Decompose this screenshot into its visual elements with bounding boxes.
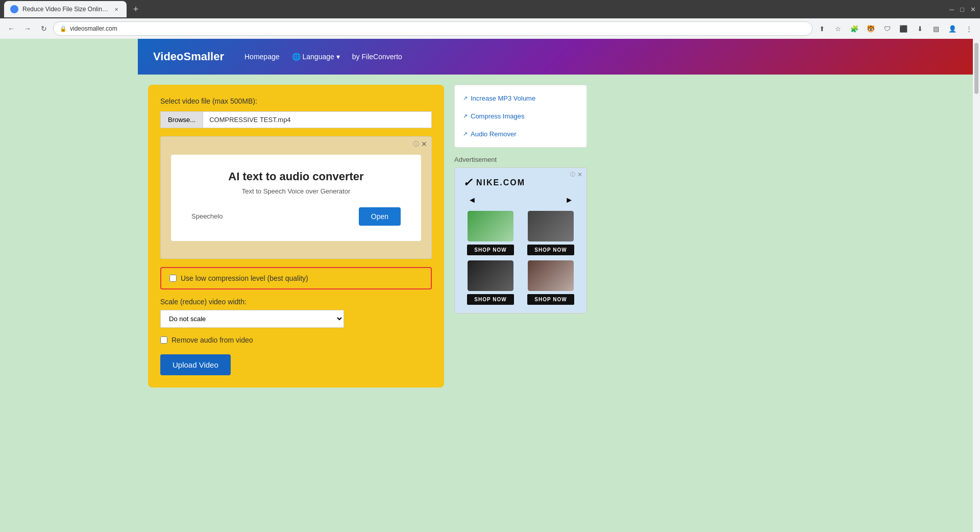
ad-info-icon[interactable]: ⓘ xyxy=(413,140,419,149)
ad-footer: Speechelo Open xyxy=(191,207,401,226)
ad-area: ⓘ ✕ AI text to audio converter Text to S… xyxy=(160,136,432,259)
bookmark-icon[interactable]: ☆ xyxy=(831,21,845,36)
ad-brand: Speechelo xyxy=(191,212,223,220)
remove-audio-label: Remove audio from video xyxy=(172,336,253,344)
share-icon[interactable]: ⬆ xyxy=(815,21,829,36)
browser-controls: ← → ↻ 🔒 videosmaller.com ⬆ ☆ 🧩 🐯 🛡 ⬛ ⬇ ▨… xyxy=(0,18,980,39)
forward-button[interactable]: → xyxy=(20,21,35,36)
ad-headline: AI text to audio converter xyxy=(191,170,401,183)
new-tab-button[interactable]: + xyxy=(129,2,143,16)
content-body: Select video file (max 500MB): Browse...… xyxy=(138,75,980,398)
left-sidebar xyxy=(0,39,138,532)
upload-video-button[interactable]: Upload Video xyxy=(160,354,231,375)
shop-now-button-1[interactable]: SHOP NOW xyxy=(467,245,513,255)
ad-inner: AI text to audio converter Text to Speec… xyxy=(171,155,421,241)
external-link-icon-3: ↗ xyxy=(463,131,468,137)
menu-icon[interactable]: ⋮ xyxy=(962,21,976,36)
top-navigation: VideoSmaller Homepage 🌐 Language ▾ by Fi… xyxy=(138,39,980,75)
sidebar-link-label: Increase MP3 Volume xyxy=(471,94,535,102)
low-compression-label: Use low compression level (best quality) xyxy=(181,274,308,282)
active-tab[interactable]: Reduce Video File Size Online, M ✕ xyxy=(4,1,127,17)
browse-button[interactable]: Browse... xyxy=(160,111,203,128)
lock-icon: 🔒 xyxy=(60,26,67,32)
shoe-image-3 xyxy=(468,260,513,291)
shoe-item-3: SHOP NOW xyxy=(463,260,518,305)
extension-icon-3[interactable]: 🛡 xyxy=(880,21,894,36)
shoe-image-2 xyxy=(528,211,574,241)
scrollbar-thumb[interactable] xyxy=(974,43,978,94)
language-icon: 🌐 xyxy=(292,53,301,61)
low-compression-row: Use low compression level (best quality) xyxy=(160,267,432,289)
low-compression-checkbox[interactable] xyxy=(169,275,177,282)
profile-icon[interactable]: 👤 xyxy=(945,21,960,36)
shoe-item-1: SHOP NOW xyxy=(463,211,518,255)
shop-now-button-3[interactable]: SHOP NOW xyxy=(467,294,513,305)
page-wrapper: VideoSmaller Homepage 🌐 Language ▾ by Fi… xyxy=(0,39,980,532)
sidebar-link-audio-remover[interactable]: ↗ Audio Remover xyxy=(455,125,586,143)
extension-icon-1[interactable]: 🧩 xyxy=(847,21,862,36)
external-link-icon: ↗ xyxy=(463,95,468,102)
shoe-image-1 xyxy=(468,211,513,241)
file-name-display: COMPRESSIVE TEST.mp4 xyxy=(203,111,432,128)
remove-audio-checkbox[interactable] xyxy=(160,336,167,344)
nike-ad-header: ✓ NIKE.COM xyxy=(463,176,578,189)
back-button[interactable]: ← xyxy=(4,21,18,36)
brand-name: VideoSmaller xyxy=(153,50,224,63)
nike-ad-close-icon[interactable]: ✕ xyxy=(577,171,582,178)
sidebar-link-increase-mp3[interactable]: ↗ Increase MP3 Volume xyxy=(455,89,586,107)
nike-arrows: ◄ ► xyxy=(463,196,578,205)
shop-now-button-4[interactable]: SHOP NOW xyxy=(527,294,574,305)
shoe-image-4 xyxy=(528,260,574,291)
remove-audio-row: Remove audio from video xyxy=(160,336,432,344)
url-display: videosmaller.com xyxy=(70,25,117,32)
file-input-row: Browse... COMPRESSIVE TEST.mp4 xyxy=(160,111,432,128)
download-icon[interactable]: ⬇ xyxy=(913,21,927,36)
minimize-button[interactable]: ─ xyxy=(949,6,954,13)
ad-open-button[interactable]: Open xyxy=(359,207,401,226)
sidebar-link-label-2: Compress Images xyxy=(471,112,524,120)
extension-icon-4[interactable]: ⬛ xyxy=(896,21,911,36)
next-arrow-icon[interactable]: ► xyxy=(565,196,573,205)
shoe-item-4: SHOP NOW xyxy=(523,260,578,305)
nike-ad: ⓘ ✕ ✓ NIKE.COM ◄ ► SHOP NOW xyxy=(454,167,587,313)
nav-links: Homepage 🌐 Language ▾ by FileConverto xyxy=(244,53,402,61)
prev-arrow-icon[interactable]: ◄ xyxy=(468,196,476,205)
tab-favicon xyxy=(10,5,18,13)
nike-shoes-grid: SHOP NOW SHOP NOW SHOP NOW SHOP NOW xyxy=(463,211,578,305)
advertisement-label: Advertisement xyxy=(454,156,587,163)
scale-select[interactable]: Do not scale 320 (240p) 480 (360p) 640 (… xyxy=(160,310,344,328)
form-title: Select video file (max 500MB): xyxy=(160,97,432,105)
language-link[interactable]: 🌐 Language ▾ xyxy=(292,53,340,61)
chevron-down-icon: ▾ xyxy=(336,53,340,61)
split-screen-icon[interactable]: ▨ xyxy=(929,21,943,36)
ad-close-icon[interactable]: ✕ xyxy=(421,140,427,148)
ad-subtext: Text to Speech Voice over Generator xyxy=(191,187,401,195)
external-link-icon-2: ↗ xyxy=(463,113,468,119)
homepage-link[interactable]: Homepage xyxy=(244,53,280,61)
extension-icon-2[interactable]: 🐯 xyxy=(864,21,878,36)
scrollbar[interactable] xyxy=(973,39,980,532)
nike-ad-info-icon[interactable]: ⓘ xyxy=(570,171,575,178)
fileconverto-link[interactable]: by FileConverto xyxy=(352,53,402,61)
scale-label: Scale (reduce) video width: xyxy=(160,298,432,306)
reload-button[interactable]: ↻ xyxy=(37,21,51,36)
nike-site: NIKE.COM xyxy=(476,178,525,187)
nike-logo: ✓ xyxy=(463,176,472,189)
browser-chrome: Reduce Video File Size Online, M ✕ + ─ □… xyxy=(0,0,980,39)
sidebar-link-label-3: Audio Remover xyxy=(471,130,517,138)
sidebar-link-compress-images[interactable]: ↗ Compress Images xyxy=(455,107,586,125)
sidebar-links: ↗ Increase MP3 Volume ↗ Compress Images … xyxy=(454,85,587,148)
main-content: VideoSmaller Homepage 🌐 Language ▾ by Fi… xyxy=(138,39,980,532)
maximize-button[interactable]: □ xyxy=(960,6,964,13)
right-sidebar: ↗ Increase MP3 Volume ↗ Compress Images … xyxy=(454,85,587,388)
tab-bar: Reduce Video File Size Online, M ✕ + ─ □… xyxy=(0,0,980,18)
form-container: Select video file (max 500MB): Browse...… xyxy=(148,85,444,388)
tab-close-button[interactable]: ✕ xyxy=(112,5,120,13)
shop-now-button-2[interactable]: SHOP NOW xyxy=(527,245,574,255)
shoe-item-2: SHOP NOW xyxy=(523,211,578,255)
tab-title: Reduce Video File Size Online, M xyxy=(22,6,108,13)
browser-action-buttons: ⬆ ☆ 🧩 🐯 🛡 ⬛ ⬇ ▨ 👤 ⋮ xyxy=(815,21,976,36)
address-bar[interactable]: 🔒 videosmaller.com xyxy=(53,21,813,36)
close-button[interactable]: ✕ xyxy=(970,6,976,13)
